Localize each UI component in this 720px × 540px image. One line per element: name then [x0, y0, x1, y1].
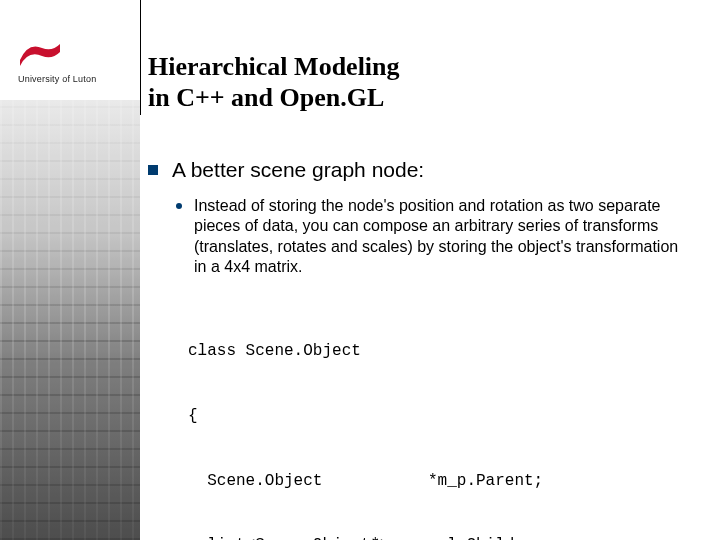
vertical-divider [140, 0, 141, 115]
code-member: m_l.Children; [428, 535, 553, 540]
square-bullet-icon [148, 165, 158, 175]
dot-bullet-icon [176, 203, 182, 209]
title-line2: in C++ and Open.GL [148, 83, 384, 112]
slide-content: A better scene graph node: Instead of st… [148, 158, 688, 540]
code-line: { [188, 406, 688, 428]
bullet1-text: A better scene graph node: [172, 158, 424, 182]
slide-title: Hierarchical Modeling in C++ and Open.GL [148, 52, 400, 113]
code-line: Scene.Object *m_p.Parent; [188, 471, 688, 493]
code-line: class Scene.Object [188, 341, 688, 363]
code-type: Scene.Object [188, 471, 428, 493]
logo-mark-icon [18, 38, 62, 68]
bullet-level2: Instead of storing the node's position a… [176, 196, 688, 278]
background-building-photo [0, 100, 140, 540]
bullet2-text: Instead of storing the node's position a… [194, 196, 688, 278]
university-logo: University of Luton [18, 38, 128, 98]
code-line: list<Scene.Object*> m_l.Children; [188, 535, 688, 540]
code-block: class Scene.Object { Scene.Object *m_p.P… [188, 298, 688, 540]
logo-text: University of Luton [18, 74, 128, 84]
code-member: *m_p.Parent; [428, 471, 543, 493]
title-line1: Hierarchical Modeling [148, 52, 400, 81]
code-type: list<Scene.Object*> [188, 535, 428, 540]
bullet-level1: A better scene graph node: [148, 158, 688, 182]
